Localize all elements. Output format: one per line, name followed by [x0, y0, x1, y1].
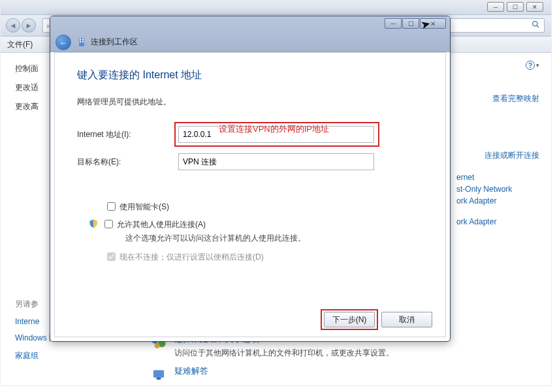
svg-point-4: [155, 343, 160, 348]
svg-rect-11: [82, 41, 84, 42]
svg-rect-9: [82, 39, 84, 40]
cancel-button[interactable]: 取消: [381, 312, 432, 327]
view-map-link[interactable]: 查看完整映射: [456, 91, 551, 107]
defer-checkbox-label: 现在不连接；仅进行设置以便稍后连接(D): [119, 252, 264, 263]
destination-name-input[interactable]: [178, 153, 374, 170]
task-title: 疑难解答: [174, 365, 208, 377]
dialog-title: 连接到工作区: [91, 37, 138, 48]
smartcard-checkbox-row[interactable]: 使用智能卡(S): [107, 202, 423, 213]
nav-forward-button[interactable]: ►: [22, 18, 36, 33]
allow-others-checkbox-row[interactable]: 允许其他人使用此连接(A): [89, 219, 423, 230]
dialog-footer: 下一步(N) 取消: [324, 312, 432, 327]
task-row-troubleshoot[interactable]: 疑难解答: [150, 365, 453, 384]
allow-others-desc: 这个选项允许可以访问这台计算机的人使用此连接。: [107, 233, 423, 244]
svg-rect-5: [153, 370, 164, 378]
svg-line-1: [537, 25, 539, 27]
svg-rect-10: [80, 41, 81, 42]
workplace-icon: [76, 37, 87, 48]
chevron-down-icon[interactable]: ▾: [536, 62, 539, 68]
dialog-titlebar: ─ ☐ ✕ ← 连接到工作区: [50, 16, 450, 52]
internet-address-input[interactable]: [178, 126, 374, 143]
dialog-heading: 键入要连接的 Internet 地址: [77, 68, 423, 82]
search-icon: [532, 20, 540, 31]
bg-maximize-button[interactable]: ☐: [507, 2, 524, 12]
partial-text: ernet: [456, 172, 551, 183]
dialog-title-area: 连接到工作区: [76, 37, 138, 48]
troubleshoot-icon: [150, 365, 168, 384]
destination-name-row: 目标名称(E):: [77, 153, 423, 170]
menu-file[interactable]: 文件(F): [7, 39, 33, 50]
partial-text: ork Adapter: [456, 216, 551, 228]
bg-minimize-button[interactable]: ─: [487, 2, 504, 12]
bg-window-controls: ─ ☐ ✕: [487, 2, 543, 12]
next-button[interactable]: 下一步(N): [324, 312, 375, 327]
internet-address-label: Internet 地址(I):: [77, 129, 178, 140]
dlg-minimize-button[interactable]: ─: [385, 18, 402, 29]
svg-point-0: [533, 22, 537, 26]
dialog-window-controls: ─ ☐ ✕: [384, 18, 446, 29]
help-icon[interactable]: ?: [526, 61, 535, 70]
bg-close-button[interactable]: ✕: [526, 2, 543, 12]
search-box[interactable]: [443, 18, 545, 33]
arrow-left-icon: ←: [59, 38, 68, 48]
task-desc: 访问位于其他网络计算机上的文件和打印机，或更改共享设置。: [174, 348, 394, 359]
partial-text: ork Adapter: [456, 195, 551, 207]
dlg-close-button[interactable]: ✕: [420, 18, 446, 29]
dlg-maximize-button[interactable]: ☐: [402, 18, 419, 29]
shield-icon: [89, 219, 98, 228]
dialog-info-text: 网络管理员可提供此地址。: [77, 97, 423, 108]
bg-titlebar: ─ ☐ ✕: [1, 1, 551, 15]
defer-checkbox: [107, 252, 116, 261]
connect-workplace-dialog: ─ ☐ ✕ ← 连接到工作区 键入要连接的 Internet 地址 网络管理员可…: [50, 16, 451, 342]
svg-rect-6: [157, 378, 161, 380]
connect-disconnect-link[interactable]: 连接或断开连接: [456, 147, 551, 164]
nav-back-button[interactable]: ◄: [6, 18, 20, 33]
allow-others-checkbox-label: 允许其他人使用此连接(A): [117, 219, 206, 230]
dlg-back-button[interactable]: ←: [56, 35, 71, 50]
defer-checkbox-row: 现在不连接；仅进行设置以便稍后连接(D): [107, 252, 423, 263]
mid-content: 选择家庭组和共享选项 访问位于其他网络计算机上的文件和打印机，或更改共享设置。 …: [150, 333, 453, 390]
dialog-body: 键入要连接的 Internet 地址 网络管理员可提供此地址。 Internet…: [54, 52, 446, 337]
destination-name-label: 目标名称(E):: [77, 157, 178, 168]
internet-address-row: Internet 地址(I): 设置连接VPN的外网的IP地址: [77, 126, 423, 143]
sidebar-link-homegroup[interactable]: 家庭组: [15, 347, 128, 365]
allow-others-checkbox[interactable]: [104, 220, 113, 228]
help-area: ? ▾: [456, 61, 551, 70]
partial-text: st-Only Network: [456, 183, 551, 195]
right-column: ? ▾ 查看完整映射 连接或断开连接 ernet st-Only Network…: [456, 53, 551, 228]
svg-rect-8: [80, 39, 81, 40]
smartcard-checkbox-label: 使用智能卡(S): [119, 202, 169, 213]
smartcard-checkbox[interactable]: [107, 202, 116, 211]
